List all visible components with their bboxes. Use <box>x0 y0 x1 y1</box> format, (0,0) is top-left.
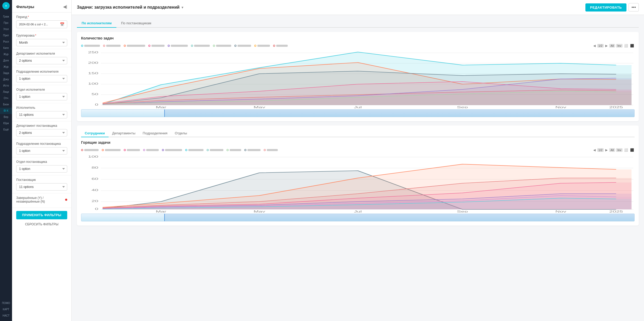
sidebar-item-vers[interactable]: Вер <box>0 114 12 120</box>
chart1-minimap[interactable] <box>81 109 635 117</box>
chart1-inv-badge[interactable]: Inv <box>616 44 623 48</box>
chart1-svg: 250 200 150 100 50 0 Mar May Jul <box>81 51 635 108</box>
sidebar-item-bi[interactable]: BI К <box>0 108 12 114</box>
svg-text:200: 200 <box>88 61 98 64</box>
sidebar-item-pro[interactable]: Про <box>0 20 12 26</box>
legend-dot-3 <box>124 45 126 47</box>
filter-subdept-executor-group: Подразделение исполнителя 1 option <box>12 67 71 85</box>
sidebar-item-zhur1[interactable]: Жур <box>0 51 12 58</box>
chart2-legend-item-10 <box>264 149 278 151</box>
chart2-inv-badge[interactable]: Inv <box>616 148 623 152</box>
chart1-prev-button[interactable]: ◀ <box>593 43 596 48</box>
sub-tab-subdivisions[interactable]: Подразделения <box>139 130 171 137</box>
filter-dept-poster-select[interactable]: 2 options <box>16 129 67 136</box>
chart2-expand-icon[interactable]: ⬜ <box>624 148 629 152</box>
filter-dept-executor-select[interactable]: 2 options <box>16 57 67 64</box>
legend-item-9 <box>254 45 270 47</box>
close-app-button[interactable]: × <box>2 2 10 9</box>
sidebar-item-yuri[interactable]: Юри <box>0 120 12 127</box>
chart2-all-badge[interactable]: All <box>609 148 615 152</box>
sidebar-item-zada[interactable]: Зада <box>0 70 12 76</box>
more-options-button[interactable]: ••• <box>629 3 639 12</box>
sidebar-item-pret[interactable]: Прет <box>0 32 12 39</box>
sidebar: × Граж Про Угол Прет Росп Кате Жур Доге … <box>0 0 12 321</box>
sub-tab-departments[interactable]: Департаменты <box>109 130 139 137</box>
sub-tab-employees[interactable]: Сотрудники <box>81 130 109 137</box>
svg-text:20: 20 <box>92 200 98 203</box>
svg-text:Sep: Sep <box>457 210 468 213</box>
legend-dot-5 <box>168 45 170 47</box>
sidebar-item-bizn[interactable]: Бизн <box>0 101 12 108</box>
filter-executor-select[interactable]: 11 options <box>16 111 67 118</box>
sidebar-item-otch[interactable]: Отч <box>0 95 12 101</box>
svg-text:60: 60 <box>92 177 98 180</box>
legend-item-8 <box>234 45 251 47</box>
sidebar-item-rosp[interactable]: Росп <box>0 39 12 45</box>
legend-dot-1 <box>81 45 83 47</box>
chart2-minimap[interactable] <box>81 214 635 221</box>
sidebar-item-help[interactable]: ПОМО <box>0 300 12 306</box>
sidebar-item-ugol[interactable]: Угол <box>0 26 12 32</box>
filters-collapse-button[interactable]: ◀| <box>63 4 67 9</box>
filter-poster-select[interactable]: 11 options <box>16 183 67 191</box>
chart2-fullscreen-icon[interactable]: ⬛ <box>630 148 635 152</box>
chart2-legend-nav: ◀ 1/2 ▶ All Inv ⬜ ⬛ <box>593 148 635 152</box>
legend-dot-8 <box>234 45 236 47</box>
chart2-legend-dot-1 <box>81 149 83 151</box>
calendar-icon: 📅 <box>60 22 64 26</box>
reset-filters-button[interactable]: СБРОСИТЬ ФИЛЬТРЫ <box>16 221 67 227</box>
chart1-container: 250 200 150 100 50 0 Mar May Jul <box>81 51 635 108</box>
title-chevron-icon[interactable]: ▾ <box>182 5 183 9</box>
legend-dot-9 <box>254 45 256 47</box>
sidebar-item-zhur2[interactable]: Жур <box>0 64 12 70</box>
chart1-legend-nav: ◀ 1/2 ▶ All Inv ⬜ ⬛ <box>593 43 635 48</box>
filter-period-input[interactable]: 2024-02-06 ≤ col < 2... 📅 <box>16 20 67 28</box>
apply-filters-button[interactable]: ПРИМЕНИТЬ ФИЛЬТРЫ <box>16 211 67 219</box>
main-tabs: По исполнителям По постановщикам <box>77 19 639 28</box>
filter-period-group: Период* 2024-02-06 ≤ col < 2... 📅 <box>12 13 71 31</box>
chart2-legend-item-5 <box>162 149 182 151</box>
sidebar-item-litse[interactable]: Лице <box>0 89 12 95</box>
chart2-minimap-selection[interactable] <box>164 214 634 221</box>
chart2-title: Горящие задачи <box>81 140 635 145</box>
sidebar-item-doge[interactable]: Доге <box>0 58 12 64</box>
sidebar-item-grazh[interactable]: Граж <box>0 14 12 20</box>
svg-text:100: 100 <box>88 155 98 158</box>
filter-office-executor-select[interactable]: 1 option <box>16 93 67 100</box>
tab-by-poster[interactable]: По постановщикам <box>116 19 156 28</box>
sidebar-item-map[interactable]: КАРТ <box>0 306 12 313</box>
svg-text:150: 150 <box>88 72 98 75</box>
chart2-prev-button[interactable]: ◀ <box>593 148 596 152</box>
chart1-next-button[interactable]: ▶ <box>605 43 608 48</box>
filter-subdept-poster-select[interactable]: 1 option <box>16 147 67 154</box>
filter-subdept-poster-group: Подразделение постановщика 1 option <box>12 139 71 157</box>
svg-text:250: 250 <box>88 51 98 54</box>
sub-tab-offices[interactable]: Отделы <box>171 130 191 137</box>
filter-grouping-select[interactable]: Month Week Day Quarter Year <box>16 39 67 46</box>
legend-dot-7 <box>213 45 215 47</box>
chart2-legend-dot-9 <box>244 149 246 151</box>
sidebar-item-isto[interactable]: Исто <box>0 83 12 89</box>
chart2-legend-dot-4 <box>143 149 145 151</box>
chart2-next-button[interactable]: ▶ <box>605 148 608 152</box>
sidebar-item-settings[interactable]: НАСТ <box>0 313 12 319</box>
svg-text:80: 80 <box>92 166 98 169</box>
filter-poster-label: Постановщик <box>16 178 67 182</box>
chart1-minimap-selection[interactable] <box>164 110 634 117</box>
svg-text:Nov: Nov <box>555 210 566 213</box>
filter-subdept-executor-select[interactable]: 1 option <box>16 75 67 82</box>
filter-period-label: Период* <box>16 15 67 19</box>
sidebar-item-doku[interactable]: Доку <box>0 76 12 83</box>
chart2-legend-dot-5 <box>162 149 164 151</box>
chart1-fullscreen-icon[interactable]: ⬛ <box>630 43 635 48</box>
filter-office-poster-select[interactable]: 1 option <box>16 165 67 173</box>
sidebar-item-eshch[interactable]: Ещё <box>0 127 12 133</box>
chart1-all-badge[interactable]: All <box>609 44 615 48</box>
chart1-expand-icon[interactable]: ⬜ <box>624 43 629 48</box>
sub-tabs: Сотрудники Департаменты Подразделения От… <box>81 130 635 137</box>
sidebar-item-kate[interactable]: Кате <box>0 45 12 51</box>
filter-office-executor-group: Отдел исполнителя 1 option <box>12 85 71 103</box>
tab-by-executor[interactable]: По исполнителям <box>77 19 116 28</box>
edit-button[interactable]: РЕДАКТИРОВАТЬ <box>585 3 626 12</box>
chart2-legend-dot-10 <box>264 149 266 151</box>
